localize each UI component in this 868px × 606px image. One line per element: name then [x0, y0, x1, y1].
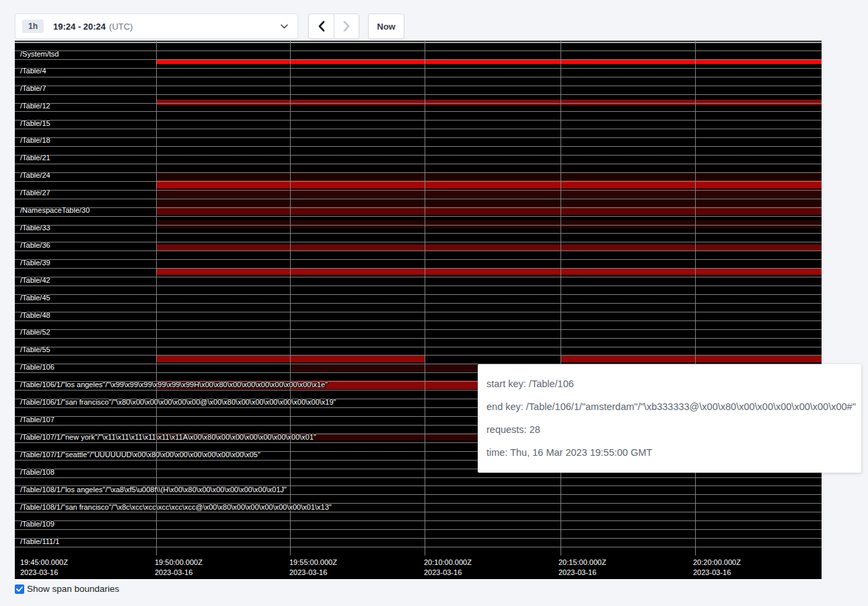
- heatmap-area[interactable]: /System/tsd/Table/4/Table/7/Table/12/Tab…: [15, 40, 822, 556]
- previous-interval-button[interactable]: [308, 13, 334, 39]
- span-key-label: /Table/36: [20, 241, 50, 249]
- tooltip-line: start key: /Table/106: [486, 377, 852, 391]
- axis-tick: 19:45:00.000Z 2023-03-16: [20, 558, 68, 578]
- key-visualizer-page: 1h 19:24 - 20:24 (UTC) Now: [0, 0, 868, 606]
- axis-tick-time: 19:55:00.000Z: [289, 558, 337, 568]
- show-span-boundaries-label: Show span boundaries: [27, 584, 119, 594]
- tooltip-line: end key: /Table/106/1/"amsterdam"/"\xb33…: [486, 400, 852, 413]
- span-key-label: /Table/108/1/"los angeles"/"\xa8\xf5\u00…: [20, 485, 287, 494]
- heat-band: [156, 180, 822, 189]
- heat-band: [156, 356, 425, 362]
- heat-band: [560, 356, 822, 362]
- span-key-label: /Table/18: [20, 136, 50, 144]
- axis-tick-time: 20:10:00.000Z: [424, 558, 472, 568]
- time-nav-group: [308, 13, 359, 39]
- span-key-label: /Table/27: [20, 189, 50, 197]
- axis-tick-time: 20:20:00.000Z: [693, 558, 741, 568]
- axis-tick-time: 19:50:00.000Z: [155, 558, 203, 568]
- toolbar: 1h 19:24 - 20:24 (UTC) Now: [15, 13, 404, 39]
- span-key-label: /Table/52: [20, 328, 50, 336]
- span-key-label: /Table/45: [20, 294, 50, 302]
- axis-tick: 19:55:00.000Z 2023-03-16: [289, 558, 337, 578]
- heat-band: [156, 172, 822, 180]
- time-gridline: [156, 40, 157, 556]
- span-key-label: /Table/12: [20, 102, 50, 110]
- heat-band: [156, 100, 822, 105]
- now-button[interactable]: Now: [368, 13, 404, 39]
- axis-tick: 19:50:00.000Z 2023-03-16: [155, 558, 203, 578]
- footer-controls: Show span boundaries: [15, 584, 119, 594]
- span-key-label: /Table/107/1/"new york"/"\x11\x11\x11\x1…: [20, 433, 316, 441]
- span-key-label: /Table/7: [20, 84, 46, 92]
- span-key-label: /NamespaceTable/30: [20, 206, 89, 214]
- axis-tick-date: 2023-03-16: [693, 568, 741, 578]
- key-visualizer-canvas[interactable]: /System/tsd/Table/4/Table/7/Table/12/Tab…: [15, 40, 822, 579]
- range-duration-badge: 1h: [22, 20, 44, 33]
- time-gridline: [290, 40, 291, 556]
- time-range-dropdown[interactable]: 1h 19:24 - 20:24 (UTC): [15, 13, 298, 39]
- bucket-tooltip: start key: /Table/106end key: /Table/106…: [478, 364, 861, 473]
- range-timezone: (UTC): [109, 22, 133, 32]
- axis-tick-date: 2023-03-16: [424, 568, 472, 578]
- range-label: 19:24 - 20:24: [53, 22, 106, 32]
- heat-band: [156, 268, 822, 275]
- axis-tick-date: 2023-03-16: [558, 568, 606, 578]
- span-key-label: /Table/106/1/"san francisco"/"\x80\x00\x…: [20, 398, 336, 406]
- heat-band: [156, 207, 822, 215]
- time-axis: 19:45:00.000Z 2023-03-16 19:50:00.000Z 2…: [15, 556, 822, 579]
- heat-band: [156, 220, 822, 228]
- heat-band: [156, 189, 822, 198]
- chevron-down-icon: [281, 24, 288, 29]
- tooltip-line: requests: 28: [486, 423, 852, 436]
- show-span-boundaries-checkbox[interactable]: [15, 584, 24, 594]
- axis-tick: 20:10:00.000Z 2023-03-16: [424, 558, 472, 578]
- span-key-label: /System/tsd: [20, 50, 59, 58]
- span-key-label: /Table/108: [20, 468, 55, 476]
- span-key-label: /Table/33: [20, 224, 50, 232]
- axis-tick: 20:15:00.000Z 2023-03-16: [558, 558, 606, 578]
- heat-band: [156, 59, 822, 64]
- axis-tick-time: 19:45:00.000Z: [20, 558, 68, 568]
- axis-tick-time: 20:15:00.000Z: [558, 558, 606, 568]
- span-key-label: /Table/39: [20, 259, 50, 267]
- axis-tick-date: 2023-03-16: [20, 568, 68, 578]
- span-key-label: /Table/55: [20, 345, 50, 354]
- tooltip-line: time: Thu, 16 Mar 2023 19:55:00 GMT: [486, 446, 852, 459]
- span-key-label: /Table/109: [20, 520, 55, 528]
- heat-band: [15, 42, 822, 43]
- heat-band: [156, 198, 822, 207]
- time-gridline: [425, 40, 425, 556]
- span-key-label: /Table/106: [20, 363, 55, 371]
- span-key-label: /Table/106/1/"los angeles"/"\x99\x99\x99…: [20, 380, 328, 389]
- axis-tick: 20:20:00.000Z 2023-03-16: [693, 558, 741, 578]
- chevron-left-icon: [318, 21, 325, 32]
- next-interval-button-disabled[interactable]: [334, 13, 359, 39]
- heat-band: [156, 244, 822, 251]
- span-key-label: /Table/48: [20, 311, 50, 319]
- span-key-label: /Table/21: [20, 154, 50, 162]
- span-key-label: /Table/107: [20, 415, 55, 424]
- chevron-right-icon: [343, 21, 350, 32]
- time-gridline: [560, 40, 561, 556]
- span-boundary-lines: [15, 40, 822, 556]
- span-key-label: /Table/108/1/"san francisco"/"\x8c\xcc\x…: [20, 503, 332, 511]
- span-key-label: /Table/111/1: [20, 537, 59, 545]
- span-key-label: /Table/24: [20, 171, 50, 179]
- axis-tick-date: 2023-03-16: [155, 568, 203, 578]
- axis-tick-date: 2023-03-16: [289, 568, 337, 578]
- span-key-label: /Table/107/1/"seattle"/"UUUUUUD\x00\x80\…: [20, 450, 260, 459]
- span-key-label: /Table/15: [20, 119, 50, 127]
- check-icon: [16, 586, 23, 592]
- span-key-label: /Table/4: [20, 67, 46, 75]
- time-gridline: [695, 40, 696, 556]
- span-key-label: /Table/42: [20, 276, 50, 284]
